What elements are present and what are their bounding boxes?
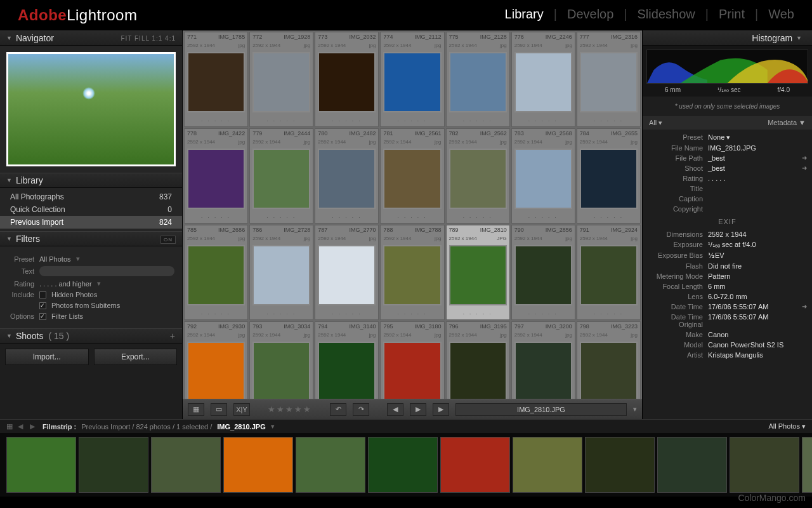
grid-cell[interactable]: 796IMG_31952592 x 1944jpg· · · · ·: [446, 321, 510, 399]
grid-cell[interactable]: 776IMG_22462592 x 1944jpg· · · · ·: [511, 32, 575, 127]
metadata-preset[interactable]: None ▾: [708, 133, 807, 142]
filter-text-input[interactable]: [39, 266, 174, 276]
tab-slideshow[interactable]: Slideshow: [638, 7, 695, 24]
metadata-row: Dimensions2592 x 1944: [648, 229, 807, 239]
next-icon[interactable]: ▶: [433, 403, 449, 416]
grid-cell[interactable]: 788IMG_27882592 x 1944jpg· · · · ·: [380, 225, 444, 320]
play-icon[interactable]: ▶: [410, 403, 426, 416]
grid-cell[interactable]: 777IMG_23162592 x 1944jpg· · · · ·: [577, 32, 641, 127]
filmstrip-source[interactable]: All Photos ▾: [768, 422, 806, 431]
filmstrip-thumb[interactable]: [440, 437, 510, 493]
grid-cell[interactable]: 797IMG_32002592 x 1944jpg· · · · ·: [511, 321, 575, 399]
filmstrip-thumb[interactable]: [151, 437, 221, 493]
rating-stars[interactable]: ★★★★★: [268, 404, 312, 414]
export-button[interactable]: Export...: [94, 349, 178, 365]
compare-view-button[interactable]: X|Y: [233, 403, 250, 416]
filterlists-checkbox[interactable]: [39, 313, 46, 320]
metadata-note: * used on only some selected images: [643, 97, 812, 116]
metadata-row: Focal Length6 mm: [648, 281, 807, 291]
grid-toolbar: ▦ ▭ X|Y ★★★★★ ↶ ↷ ◀ ▶ ▶ IMG_2810.JPG ▾: [183, 399, 642, 419]
grid-cell[interactable]: 795IMG_31802592 x 1944jpg· · · · ·: [380, 321, 444, 399]
grid-cell[interactable]: 782IMG_25622592 x 1944jpg· · · · ·: [446, 128, 510, 224]
filmstrip-thumb[interactable]: [6, 437, 76, 493]
metadata-row: Lens6.0-72.0 mm: [648, 291, 807, 302]
filmstrip-nav-arrows[interactable]: ◀ ▶: [18, 422, 37, 431]
metadata-row: Exposure¹/₁₆₀ sec at f/4.0: [648, 239, 807, 250]
filmstrip-thumb[interactable]: [296, 437, 365, 493]
grid-cell[interactable]: 774IMG_21122592 x 1944jpg· · · · ·: [380, 32, 444, 127]
filters-header[interactable]: ▼FiltersON: [0, 231, 182, 246]
tab-library[interactable]: Library: [505, 7, 544, 24]
grid-cell[interactable]: 786IMG_27282592 x 1944jpg· · · · ·: [249, 225, 313, 320]
subitems-checkbox[interactable]: [39, 302, 46, 309]
metadata-row: Caption: [648, 194, 807, 204]
metadata-row: Shoot_best➜: [648, 163, 807, 173]
grid-cell[interactable]: 790IMG_28562592 x 1944jpg· · · · ·: [511, 225, 575, 320]
metadata-row: Copyright: [648, 204, 807, 214]
hidden-photos-checkbox[interactable]: [39, 291, 46, 298]
tab-print[interactable]: Print: [719, 7, 745, 24]
grid-cell[interactable]: 780IMG_24822592 x 1944jpg· · · · ·: [315, 128, 379, 224]
filter-rating[interactable]: . . . . . and higher: [39, 280, 92, 288]
filmstrip-grid-icon[interactable]: ▦: [6, 422, 13, 431]
metadata-row: File NameIMG_2810.JPG: [648, 143, 807, 153]
tab-develop[interactable]: Develop: [567, 7, 613, 24]
module-tabs: Library|Develop|Slideshow|Print|Web: [505, 7, 794, 24]
library-header[interactable]: ▼Library: [0, 173, 182, 188]
filmstrip-thumb[interactable]: [368, 437, 438, 493]
grid-cell[interactable]: 791IMG_29242592 x 1944jpg· · · · ·: [577, 225, 641, 320]
filename-display[interactable]: IMG_2810.JPG: [455, 403, 627, 416]
shoots-header[interactable]: ▼Shoots( 15 )+: [0, 328, 182, 344]
histogram-header[interactable]: Histogram▼: [643, 30, 812, 46]
metadata-row: MakeCanon: [648, 330, 807, 340]
grid-cell[interactable]: 771IMG_17852592 x 1944jpg· · · · ·: [184, 32, 248, 127]
filmstrip-thumb[interactable]: [513, 437, 582, 493]
grid-cell[interactable]: 779IMG_24442592 x 1944jpg· · · · ·: [249, 128, 313, 224]
library-item[interactable]: Quick Collection0: [0, 203, 182, 216]
grid-cell[interactable]: 773IMG_20322592 x 1944jpg· · · · ·: [315, 32, 379, 127]
grid-cell[interactable]: 778IMG_24222592 x 1944jpg· · · · ·: [184, 128, 248, 224]
redo-icon[interactable]: ↷: [353, 403, 369, 416]
grid-cell[interactable]: 789IMG_28102592 x 1944JPG· · · · ·: [446, 225, 510, 320]
loupe-view-icon[interactable]: ▭: [211, 403, 227, 416]
import-button[interactable]: Import...: [5, 349, 89, 365]
metadata-row: Date Time Original17/6/06 5:55:07 AM: [648, 312, 807, 330]
grid-cell[interactable]: 781IMG_25612592 x 1944jpg· · · · ·: [380, 128, 444, 224]
grid-cell[interactable]: 794IMG_31402592 x 1944jpg· · · · ·: [315, 321, 379, 399]
watermark: ColorMango.com: [738, 493, 806, 503]
filmstrip-thumb[interactable]: [79, 437, 148, 493]
metadata-row: Rating. . . . .: [648, 173, 807, 184]
metadata-row: Metering ModePattern: [648, 271, 807, 281]
grid-cell[interactable]: 772IMG_19282592 x 1944jpg· · · · ·: [249, 32, 313, 127]
metadata-row: Date Time17/6/06 5:55:07 AM➜: [648, 302, 807, 312]
undo-icon[interactable]: ↶: [330, 403, 346, 416]
prev-icon[interactable]: ◀: [387, 403, 403, 416]
navigator-preview[interactable]: [0, 46, 182, 173]
grid-cell[interactable]: 787IMG_27702592 x 1944jpg· · · · ·: [315, 225, 379, 320]
filmstrip-thumb[interactable]: [223, 437, 293, 493]
grid-cell[interactable]: 784IMG_26552592 x 1944jpg· · · · ·: [577, 128, 641, 224]
grid-cell[interactable]: 775IMG_21282592 x 1944jpg· · · · ·: [446, 32, 510, 127]
library-item[interactable]: All Photographs837: [0, 190, 182, 203]
histogram: 6 mm¹/₁₆₀ secf/4.0: [643, 46, 812, 97]
grid-cell[interactable]: 798IMG_32232592 x 1944jpg· · · · ·: [577, 321, 641, 399]
tab-web[interactable]: Web: [768, 7, 794, 24]
grid-cell[interactable]: 792IMG_29302592 x 1944jpg· · · · ·: [184, 321, 248, 399]
filmstrip-thumb[interactable]: [657, 437, 727, 493]
filter-preset[interactable]: All Photos: [39, 255, 71, 263]
library-item[interactable]: Previous Import824: [0, 216, 182, 229]
metadata-filter[interactable]: All ▾: [649, 119, 662, 127]
grid-cell[interactable]: 783IMG_25682592 x 1944jpg· · · · ·: [511, 128, 575, 224]
metadata-row: ModelCanon PowerShot S2 IS: [648, 340, 807, 350]
metadata-row: FlashDid not fire: [648, 261, 807, 271]
grid-cell[interactable]: 785IMG_26862592 x 1944jpg· · · · ·: [184, 225, 248, 320]
filmstrip-thumb[interactable]: [802, 437, 812, 493]
grid-cell[interactable]: 793IMG_30342592 x 1944jpg· · · · ·: [249, 321, 313, 399]
metadata-row: ArtistKristaps Mangulis: [648, 350, 807, 360]
grid-view-icon[interactable]: ▦: [188, 403, 204, 416]
filmstrip-thumb[interactable]: [585, 437, 655, 493]
navigator-header[interactable]: ▼NavigatorFIT FILL 1:1 4:1: [0, 30, 182, 46]
metadata-row: Exposure Bias⅓EV: [648, 250, 807, 261]
metadata-row: Title: [648, 184, 807, 194]
filmstrip-thumb[interactable]: [730, 437, 799, 493]
